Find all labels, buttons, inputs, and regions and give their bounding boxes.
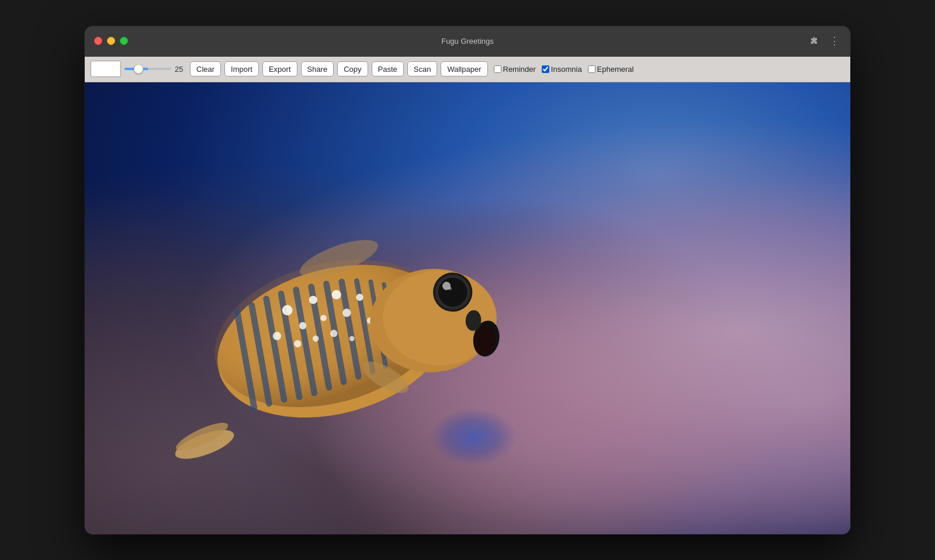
svg-point-17 <box>331 290 341 299</box>
minimize-button[interactable] <box>107 37 115 45</box>
svg-point-15 <box>282 305 292 315</box>
checkbox-group: Reminder Insomnia Ephemeral <box>494 65 634 74</box>
window-actions: ⋮ <box>807 34 842 48</box>
extensions-button[interactable] <box>807 34 821 48</box>
menu-button[interactable]: ⋮ <box>827 34 842 47</box>
content-area[interactable] <box>85 82 850 534</box>
svg-point-29 <box>330 329 337 336</box>
copy-button[interactable]: Copy <box>337 61 368 76</box>
svg-point-27 <box>294 340 301 347</box>
toolbar: 25 Clear Import Export Share Copy Paste … <box>85 57 850 82</box>
svg-point-16 <box>309 295 317 304</box>
clear-button[interactable]: Clear <box>190 61 221 76</box>
fish-svg <box>123 150 545 512</box>
svg-point-35 <box>438 277 467 307</box>
svg-point-26 <box>272 332 280 340</box>
canvas-preview <box>91 61 121 77</box>
app-window: Fugu Greetings ⋮ 25 Clear Import Export … <box>85 26 850 534</box>
svg-point-23 <box>342 308 351 316</box>
fish-background <box>85 82 850 534</box>
svg-point-22 <box>320 315 327 321</box>
brush-size-slider[interactable] <box>124 68 171 70</box>
import-button[interactable]: Import <box>224 61 259 76</box>
svg-point-21 <box>299 322 306 329</box>
traffic-lights <box>94 37 128 45</box>
close-button[interactable] <box>94 37 102 45</box>
slider-container: 25 <box>124 65 186 74</box>
slider-value: 25 <box>175 65 186 74</box>
svg-point-30 <box>349 336 354 341</box>
insomnia-checkbox[interactable] <box>542 65 549 73</box>
reminder-checkbox-label[interactable]: Reminder <box>494 65 536 74</box>
ephemeral-checkbox-label[interactable]: Ephemeral <box>588 65 634 74</box>
reminder-checkbox[interactable] <box>494 65 501 73</box>
wallpaper-button[interactable]: Wallpaper <box>441 61 487 76</box>
extensions-icon <box>809 36 819 45</box>
fish-container <box>123 150 545 512</box>
share-button[interactable]: Share <box>301 61 334 76</box>
svg-point-18 <box>356 293 363 300</box>
reminder-label: Reminder <box>503 65 536 74</box>
export-button[interactable]: Export <box>262 61 297 76</box>
window-title: Fugu Greetings <box>441 37 494 46</box>
titlebar: Fugu Greetings ⋮ <box>85 26 850 57</box>
svg-point-28 <box>312 335 318 342</box>
insomnia-label: Insomnia <box>551 65 582 74</box>
insomnia-checkbox-label[interactable]: Insomnia <box>542 65 582 74</box>
svg-point-37 <box>448 287 451 290</box>
ephemeral-checkbox[interactable] <box>588 65 595 73</box>
scan-button[interactable]: Scan <box>407 61 438 76</box>
ephemeral-label: Ephemeral <box>597 65 634 74</box>
maximize-button[interactable] <box>120 37 128 45</box>
paste-button[interactable]: Paste <box>372 61 404 76</box>
